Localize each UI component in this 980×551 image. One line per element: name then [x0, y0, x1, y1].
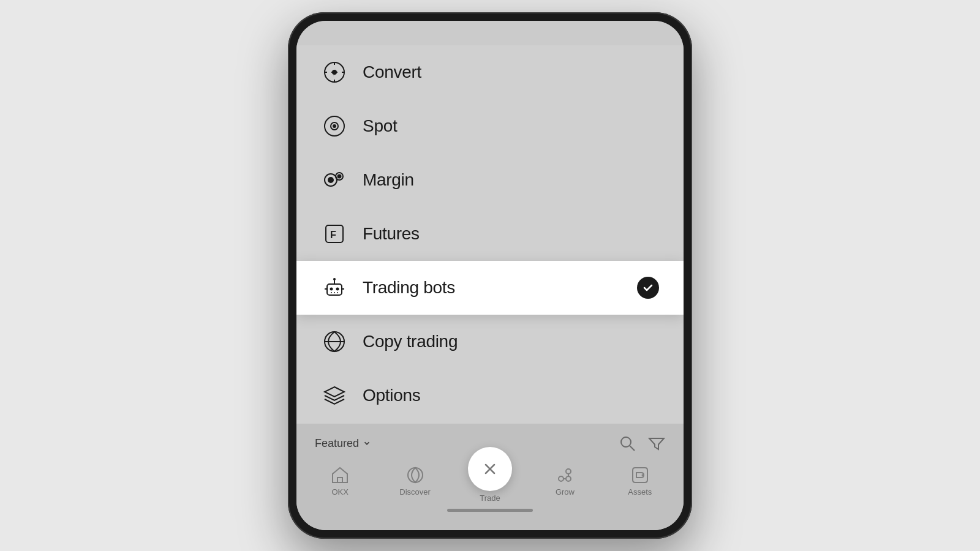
futures-icon: F [321, 220, 348, 247]
svg-point-12 [330, 288, 333, 291]
svg-rect-25 [337, 478, 342, 482]
svg-point-30 [559, 476, 564, 481]
nav-okx-label: OKX [331, 487, 348, 497]
menu-list: Convert Spot [296, 45, 684, 422]
svg-line-24 [630, 446, 635, 451]
menu-item-margin[interactable]: Margin [296, 153, 684, 207]
filter-icon[interactable] [648, 435, 665, 452]
menu-item-futures[interactable]: F Futures [296, 207, 684, 261]
home-indicator [447, 509, 533, 512]
featured-icons [619, 435, 665, 452]
svg-point-34 [641, 474, 643, 476]
convert-icon [321, 59, 348, 86]
menu-item-copy-trading[interactable]: Copy trading [296, 315, 684, 369]
svg-point-23 [621, 437, 631, 447]
nav-item-grow[interactable]: Grow [527, 465, 602, 497]
copy-trading-label: Copy trading [363, 332, 458, 351]
copy-trading-icon [321, 328, 348, 355]
convert-label: Convert [363, 62, 421, 82]
svg-point-13 [336, 288, 339, 291]
menu-item-convert[interactable]: Convert [296, 45, 684, 99]
featured-label: Featured [315, 437, 371, 450]
phone-screen: Convert Spot [296, 21, 684, 530]
bottom-bar: Featured [296, 424, 684, 530]
menu-item-options[interactable]: Options [296, 369, 684, 422]
nav-item-assets[interactable]: Assets [603, 465, 677, 497]
margin-label: Margin [363, 170, 414, 190]
margin-icon [321, 167, 348, 193]
svg-point-31 [566, 476, 571, 481]
svg-point-6 [328, 178, 333, 182]
menu-item-trading-bots[interactable]: Trading bots [296, 261, 684, 315]
trading-bots-icon [321, 274, 348, 301]
options-label: Options [363, 386, 420, 405]
svg-point-4 [333, 125, 336, 127]
nav-assets-label: Assets [628, 487, 652, 497]
nav-item-discover[interactable]: Discover [377, 465, 452, 497]
trade-close-button[interactable] [468, 447, 512, 491]
svg-point-18 [333, 278, 336, 280]
nav-bar: OKX Discover [296, 459, 684, 503]
search-icon[interactable] [619, 435, 636, 452]
nav-discover-label: Discover [399, 487, 431, 497]
nav-item-okx[interactable]: OKX [303, 465, 377, 497]
futures-label: Futures [363, 224, 420, 244]
svg-point-16 [337, 292, 338, 293]
nav-grow-label: Grow [556, 487, 575, 497]
spot-label: Spot [363, 116, 397, 136]
svg-point-29 [566, 469, 571, 474]
svg-rect-11 [327, 284, 342, 295]
nav-trade-label: Trade [480, 493, 500, 503]
svg-point-14 [331, 292, 332, 293]
svg-point-8 [338, 175, 341, 178]
options-icon [321, 382, 348, 409]
svg-point-26 [408, 468, 423, 482]
menu-item-spot[interactable]: Spot [296, 99, 684, 153]
spot-icon [321, 113, 348, 140]
nav-item-trade[interactable]: Trade [453, 459, 527, 503]
trading-bots-label: Trading bots [363, 278, 455, 298]
selected-checkmark [637, 277, 659, 299]
screen-top [296, 21, 684, 45]
svg-point-15 [334, 292, 335, 293]
phone-wrapper: Convert Spot [288, 12, 692, 539]
svg-text:F: F [330, 230, 336, 240]
menu-area: Convert Spot [296, 45, 684, 424]
